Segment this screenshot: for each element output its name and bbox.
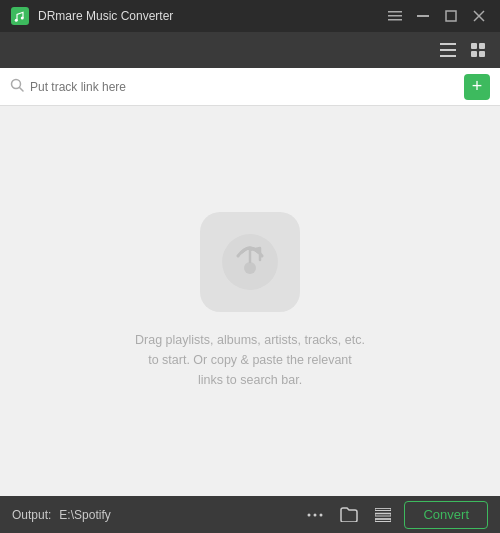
svg-rect-5 [388, 19, 402, 21]
list-icon[interactable] [370, 502, 396, 528]
title-bar: DRmare Music Converter [0, 0, 500, 32]
music-icon-box [200, 212, 300, 312]
grid-icon[interactable] [466, 38, 490, 62]
output-label: Output: [12, 508, 51, 522]
title-bar-left: DRmare Music Converter [10, 6, 173, 26]
svg-rect-13 [471, 43, 477, 49]
svg-rect-0 [11, 7, 29, 25]
menu-button[interactable] [384, 5, 406, 27]
svg-point-23 [320, 513, 323, 516]
title-bar-controls [384, 5, 490, 27]
svg-point-2 [21, 16, 24, 19]
toolbar [0, 32, 500, 68]
maximize-button[interactable] [440, 5, 462, 27]
svg-rect-15 [471, 51, 477, 57]
svg-point-1 [15, 19, 18, 22]
svg-rect-16 [479, 51, 485, 57]
close-button[interactable] [468, 5, 490, 27]
minimize-button[interactable] [412, 5, 434, 27]
svg-rect-10 [440, 43, 456, 45]
app-title: DRmare Music Converter [38, 9, 173, 23]
folder-icon[interactable] [336, 502, 362, 528]
add-track-button[interactable]: + [464, 74, 490, 100]
svg-rect-3 [388, 11, 402, 13]
track-link-input[interactable] [30, 80, 458, 94]
svg-rect-4 [388, 15, 402, 17]
convert-button[interactable]: Convert [404, 501, 488, 529]
svg-rect-7 [446, 11, 456, 21]
menu-icon[interactable] [436, 38, 460, 62]
output-path: E:\Spotify [59, 508, 294, 522]
search-icon [10, 78, 24, 95]
app-icon [10, 6, 30, 26]
empty-state-text: Drag playlists, albums, artists, tracks,… [135, 330, 365, 390]
svg-point-21 [308, 513, 311, 516]
svg-point-20 [244, 262, 256, 274]
svg-rect-6 [417, 15, 429, 17]
bottom-bar: Output: E:\Spotify Convert [0, 496, 500, 533]
svg-line-18 [20, 88, 24, 92]
more-options-icon[interactable] [302, 502, 328, 528]
svg-rect-14 [479, 43, 485, 49]
svg-point-22 [314, 513, 317, 516]
search-bar: + [0, 68, 500, 106]
svg-rect-12 [440, 55, 456, 57]
empty-state: Drag playlists, albums, artists, tracks,… [135, 212, 365, 390]
main-content: Drag playlists, albums, artists, tracks,… [0, 106, 500, 496]
svg-rect-11 [440, 49, 456, 51]
